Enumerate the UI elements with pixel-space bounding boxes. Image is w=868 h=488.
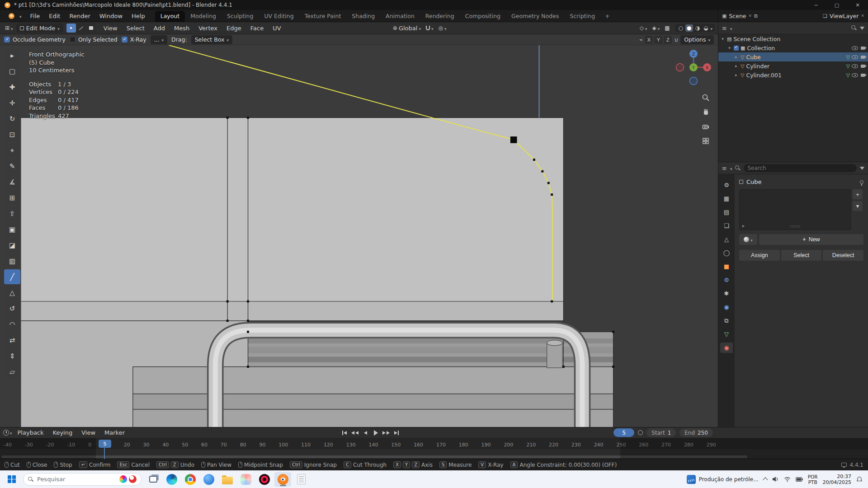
maximize-button[interactable] bbox=[826, 0, 847, 10]
shading-solid[interactable]: ● bbox=[685, 24, 693, 32]
slot-specials-button[interactable]: ▾ bbox=[853, 201, 863, 211]
outliner-row[interactable]: ▸ Cylinder.001 bbox=[718, 70, 868, 80]
minimize-button[interactable] bbox=[806, 0, 826, 10]
pin-icon[interactable] bbox=[860, 180, 863, 184]
menu[interactable]: Edit bbox=[44, 10, 65, 22]
jump-to-start-button[interactable] bbox=[340, 428, 349, 437]
taskbar-app-chrome[interactable] bbox=[182, 472, 198, 487]
expand-chevron-icon[interactable]: ▾ bbox=[720, 37, 725, 41]
tray-expand-icon[interactable] bbox=[763, 477, 768, 482]
tool-shear[interactable]: ▱ bbox=[4, 364, 20, 379]
properties-tab-output[interactable]: ▤ bbox=[720, 207, 733, 217]
more-options-dropdown[interactable]: ... bbox=[151, 35, 167, 44]
expand-chevron-icon[interactable]: ▸ bbox=[734, 64, 739, 68]
menu[interactable]: Render bbox=[65, 10, 94, 22]
tool-annotate[interactable]: ✎ bbox=[4, 159, 20, 174]
expand-chevron-icon[interactable]: ▸ bbox=[734, 73, 739, 77]
outliner-row[interactable]: ▾ Collection bbox=[718, 43, 868, 52]
gizmo-z-negative[interactable] bbox=[690, 77, 698, 85]
drag-mode-dropdown[interactable]: Select Box bbox=[191, 35, 232, 44]
camera-visibility-icon[interactable] bbox=[861, 56, 865, 59]
taskbar-app-edge[interactable] bbox=[163, 472, 180, 487]
tool-measure[interactable]: ∡ bbox=[4, 174, 20, 189]
new-scene-icon[interactable] bbox=[754, 13, 758, 19]
navigation-gizmo[interactable]: Z X Y bbox=[673, 47, 714, 88]
options-dropdown[interactable]: Options bbox=[680, 35, 714, 44]
viewport-menu[interactable]: Add bbox=[149, 25, 170, 32]
tool-knife[interactable]: ╱ bbox=[4, 269, 20, 284]
add-slot-button[interactable]: ＋ bbox=[853, 189, 863, 199]
snapping-toggle[interactable] bbox=[424, 24, 435, 33]
axis-toggle[interactable]: Y bbox=[654, 36, 662, 44]
outliner-editor-icon[interactable] bbox=[722, 25, 727, 32]
add-workspace-button[interactable]: + bbox=[600, 10, 614, 22]
auto-keying-icon[interactable] bbox=[638, 430, 643, 435]
show-gizmos-toggle[interactable]: ◇ bbox=[638, 24, 649, 33]
assign-button[interactable]: Assign bbox=[739, 250, 780, 261]
outliner-row[interactable]: ▸ Cube bbox=[718, 52, 868, 61]
tool-select-box[interactable]: ▢ bbox=[4, 64, 20, 79]
tool-shrink-fatten[interactable]: ⇕ bbox=[4, 348, 20, 363]
editor-type-button[interactable]: ⊞ bbox=[3, 24, 15, 33]
viewport-menu[interactable]: View bbox=[99, 25, 122, 32]
tool-inset-faces[interactable]: ▣ bbox=[4, 222, 20, 237]
xray-toggle[interactable]: ▩ bbox=[663, 24, 671, 32]
collection-checkbox[interactable] bbox=[734, 46, 739, 51]
prev-keyframe-button[interactable] bbox=[350, 428, 359, 437]
viewlayer-remove-icon[interactable] bbox=[861, 14, 864, 18]
hide-eye-icon[interactable] bbox=[852, 46, 858, 50]
tool-bevel[interactable]: ◪ bbox=[4, 238, 20, 253]
taskbar-app-notes[interactable] bbox=[293, 472, 310, 487]
timeline-editor-icon[interactable] bbox=[3, 430, 9, 436]
filter-icon[interactable] bbox=[860, 167, 864, 170]
viewport-menu[interactable]: Mesh bbox=[170, 25, 194, 32]
camera-visibility-icon[interactable] bbox=[861, 47, 865, 50]
notifications-bell-icon[interactable] bbox=[856, 476, 863, 483]
taskbar-search[interactable] bbox=[23, 473, 142, 486]
end-frame-field[interactable]: End250 bbox=[679, 428, 713, 437]
viewlayer-selector[interactable]: ViewLayer bbox=[830, 13, 859, 19]
workspace-tab[interactable]: Scripting bbox=[564, 11, 600, 22]
battery-icon[interactable] bbox=[796, 477, 803, 482]
viewport-menu[interactable]: UV bbox=[268, 25, 285, 32]
search-input[interactable] bbox=[37, 476, 116, 483]
playhead[interactable]: 5 bbox=[99, 440, 111, 448]
filter-icon[interactable] bbox=[860, 27, 864, 30]
new-material-button[interactable]: New bbox=[759, 234, 863, 245]
viewport-menu[interactable]: Edge bbox=[222, 25, 246, 32]
news-widget[interactable]: Produção de petróle... bbox=[687, 475, 759, 484]
only-selected-checkbox[interactable]: Only Selected bbox=[70, 36, 118, 43]
tool-smooth[interactable]: ◠ bbox=[4, 317, 20, 332]
proportional-editing-toggle[interactable]: ◎ bbox=[436, 24, 448, 33]
properties-tab-particles[interactable]: ✱ bbox=[720, 288, 733, 299]
menu[interactable]: Help bbox=[127, 10, 150, 22]
timeline-menu[interactable]: Keying bbox=[48, 429, 77, 436]
timeline-menu[interactable]: Marker bbox=[100, 429, 129, 436]
volume-icon[interactable] bbox=[772, 476, 779, 482]
select-mode-edge[interactable] bbox=[76, 23, 86, 33]
taskbar-clock[interactable]: 20:3720/04/2025 bbox=[823, 474, 851, 485]
occlude-geometry-checkbox[interactable]: Occlude Geometry bbox=[4, 36, 66, 43]
mode-selector[interactable]: Edit Mode bbox=[16, 23, 63, 33]
workspace-tab[interactable]: Sculpting bbox=[222, 11, 259, 22]
workspace-tab[interactable]: Compositing bbox=[460, 11, 506, 22]
taskbar-app-photos-blue[interactable] bbox=[200, 472, 217, 487]
outliner-row[interactable]: ▸ Cylinder bbox=[718, 61, 868, 70]
workspace-tab[interactable]: Shading bbox=[346, 11, 380, 22]
camera-view-button[interactable] bbox=[700, 121, 711, 132]
properties-tab-physics[interactable]: ◉ bbox=[720, 302, 733, 312]
pan-button[interactable] bbox=[700, 107, 711, 117]
viewport-canvas[interactable] bbox=[0, 45, 718, 427]
timeline-menu[interactable]: View bbox=[77, 429, 100, 436]
search-highlight-icon-2[interactable] bbox=[129, 475, 137, 483]
transform-orientation[interactable]: ⊕Global bbox=[391, 24, 423, 33]
scene-icon[interactable] bbox=[722, 13, 726, 19]
material-slot-list[interactable]: ▸ bbox=[739, 189, 851, 230]
search-icon[interactable] bbox=[851, 25, 857, 31]
properties-tab-object[interactable]: ■ bbox=[720, 261, 733, 272]
shading-wireframe[interactable]: ○ bbox=[677, 24, 684, 32]
viewport-menu[interactable]: Select bbox=[122, 25, 149, 32]
ortho-grid-button[interactable] bbox=[700, 136, 711, 146]
tool-poly-build[interactable]: △ bbox=[4, 285, 20, 300]
properties-tab-world[interactable]: ◯ bbox=[720, 248, 733, 258]
